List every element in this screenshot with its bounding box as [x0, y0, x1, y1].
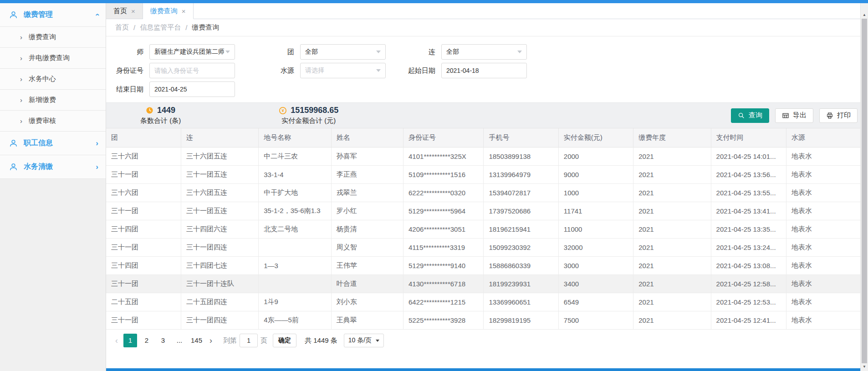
scroll-down-arrow-icon[interactable]: ▼	[861, 364, 868, 370]
id-number-input[interactable]	[149, 63, 235, 78]
total-count-label: 共 1449 条	[305, 336, 337, 345]
table-header-row: 团连地号名称姓名身份证号手机号实付金额(元)缴费年度支付时间水源	[106, 128, 860, 147]
table-row[interactable]: 三十一团三十一团四连周义智4115**********3319150992303…	[106, 239, 860, 257]
sidebar-item[interactable]: ›水务中心	[0, 69, 106, 90]
column-header: 水源	[786, 128, 860, 147]
tab-active[interactable]: 缴费查询×	[143, 3, 194, 19]
printer-icon	[826, 112, 833, 119]
table-cell: 刘小东	[331, 293, 403, 311]
end-date-input[interactable]	[149, 81, 235, 97]
sidebar-empty-area	[0, 179, 106, 371]
table-cell: 三十一团五连	[181, 202, 258, 220]
sidebar-item[interactable]: ›缴费查询	[0, 27, 106, 48]
lian-select[interactable]: 全部	[441, 44, 527, 60]
table-cell: 地表水	[786, 166, 860, 184]
table-cell: 王典翠	[331, 311, 403, 330]
page-buttons: 123...145	[123, 334, 204, 347]
caret-down-icon	[376, 340, 379, 342]
water-source-select[interactable]: 请选择	[300, 63, 386, 78]
confirm-page-button[interactable]: 确定	[273, 334, 296, 347]
breadcrumb: 首页/信息监管平台/缴费查询	[106, 19, 860, 36]
close-icon[interactable]: ×	[131, 7, 135, 15]
table-row[interactable]: 三十一团三十一团十连队叶合道4130**********671818199239…	[106, 275, 860, 293]
table-cell: 2021	[633, 166, 711, 184]
table-cell: 4东——5前	[259, 311, 331, 330]
print-button[interactable]: 打印	[819, 108, 858, 123]
column-header: 身份证号	[403, 128, 484, 147]
table-cell: 1—3	[259, 257, 331, 275]
goto-page-input[interactable]	[240, 334, 258, 347]
sidebar-item-label: 缴费审核	[29, 117, 56, 125]
table-cell: 2021	[633, 293, 711, 311]
sidebar-item-label: 新增缴费	[29, 96, 56, 104]
table-cell: 三十一团四连	[181, 239, 258, 257]
table-cell: 三十四团六连	[181, 220, 258, 239]
table-cell	[259, 275, 331, 293]
table-cell: 13369960651	[484, 293, 558, 311]
sidebar-section[interactable]: 缴费管理›	[0, 3, 106, 27]
select-value: 全部	[305, 48, 318, 56]
breadcrumb-separator: /	[185, 24, 187, 31]
goto-label: 到第	[223, 336, 237, 345]
sidebar-item[interactable]: ›缴费审核	[0, 111, 106, 132]
close-icon[interactable]: ×	[182, 7, 186, 15]
chevron-right-icon: ›	[96, 139, 98, 147]
table-row[interactable]: 三十四团三十四团七连1—3王伟苹5129**********9140158868…	[106, 257, 860, 275]
tab-inactive[interactable]: 首页×	[106, 3, 143, 19]
scroll-up-arrow-icon[interactable]: ▲	[861, 12, 868, 18]
app-window: 缴费管理››缴费查询›井电缴费查询›水务中心›新增缴费›缴费审核职工信息›水务清…	[0, 3, 868, 371]
button-label: 导出	[793, 111, 807, 120]
shi-select[interactable]: 新疆生产建设兵团第二师	[149, 44, 235, 60]
page-button[interactable]: 2	[140, 334, 153, 347]
table-row[interactable]: 三十六团三十六团五连中二斗三农孙喜军4101**********325X1850…	[106, 147, 860, 166]
sidebar-item[interactable]: ›新增缴费	[0, 90, 106, 111]
table-row[interactable]: 三十一团三十一团四连4东——5前王典翠5225**********3928182…	[106, 311, 860, 330]
table-cell: 15394072817	[484, 184, 558, 202]
breadcrumb-item[interactable]: 首页	[115, 23, 129, 32]
prev-page-button[interactable]: ‹	[112, 336, 121, 346]
table-row[interactable]: 三十四团三十四团六连北支二号地杨贵清4206**********30511819…	[106, 220, 860, 239]
sidebar-section[interactable]: 职工信息›	[0, 132, 106, 155]
table-cell: 2021-04-25 13:55...	[711, 184, 786, 202]
query-button[interactable]: 查询	[731, 108, 769, 123]
chevron-up-icon: ›	[93, 14, 101, 16]
count-value: 1449	[157, 106, 175, 115]
page-size-select[interactable]: 10 条/页	[344, 334, 384, 347]
table-cell: 5129**********9140	[403, 257, 484, 275]
page-button[interactable]: 3	[156, 334, 170, 347]
scrollbar[interactable]: ▲ ▼	[860, 3, 868, 371]
filter-label: 水源	[235, 66, 300, 75]
caret-down-icon	[376, 69, 381, 72]
tuan-select[interactable]: 全部	[300, 44, 386, 60]
sidebar-item-label: 缴费查询	[29, 33, 56, 41]
next-page-button[interactable]: ›	[207, 336, 215, 346]
table-cell: 6422**********1215	[403, 293, 484, 311]
table-cell: 地表水	[786, 311, 860, 330]
main-area: 首页×缴费查询× 首页/信息监管平台/缴费查询 师新疆生产建设兵团第二师团全部连…	[106, 3, 860, 371]
table-cell: 32000	[558, 239, 633, 257]
page-button[interactable]: 1	[123, 334, 137, 347]
table-row[interactable]: 三十六团三十六团五连中干扩大地戎翠兰6222**********03201539…	[106, 184, 860, 202]
table-cell: 中二斗三农	[259, 147, 331, 166]
sidebar-section[interactable]: 水务清缴›	[0, 155, 106, 179]
table-row[interactable]: 三十一团三十一团五连35-1-2，35-6南1.3罗小红5129********…	[106, 202, 860, 220]
table-cell: 4206**********3051	[403, 220, 484, 239]
table-cell: 7500	[558, 311, 633, 330]
sidebar-item[interactable]: ›井电缴费查询	[0, 48, 106, 69]
table-cell: 杨贵清	[331, 220, 403, 239]
table-row[interactable]: 三十一团三十一团五连33-1-4李正燕5109**********1516131…	[106, 166, 860, 184]
table-cell: 2021	[633, 147, 711, 166]
table-cell: 18299819195	[484, 311, 558, 330]
table-cell: 1000	[558, 184, 633, 202]
chevron-right-icon: ›	[20, 54, 22, 62]
amount-value: 15159968.65	[291, 106, 338, 115]
export-button[interactable]: 导出	[775, 108, 813, 123]
start-date-input[interactable]	[441, 63, 527, 78]
table-row[interactable]: 二十五团二十五团四连1斗9刘小东6422**********1215133699…	[106, 293, 860, 311]
scrollbar-thumb[interactable]	[862, 19, 867, 363]
page-button[interactable]: 145	[189, 334, 204, 347]
breadcrumb-item[interactable]: 信息监管平台	[140, 23, 181, 32]
window-top-accent-bar	[0, 0, 868, 3]
page-ellipsis: ...	[173, 334, 186, 347]
table-cell: 2000	[558, 147, 633, 166]
